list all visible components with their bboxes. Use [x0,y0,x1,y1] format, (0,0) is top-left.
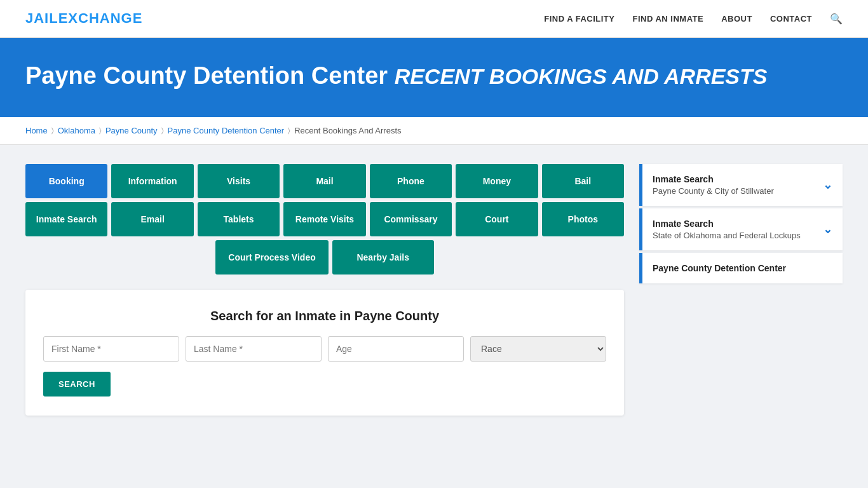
tab-inmate-search[interactable]: Inmate Search [25,202,107,236]
breadcrumb: Home 〉 Oklahoma 〉 Payne County 〉 Payne C… [0,117,868,145]
first-name-input[interactable] [43,336,179,362]
breadcrumb-sep-1: 〉 [51,126,54,135]
nav-contact[interactable]: CONTACT [770,14,812,24]
search-card: Search for an Inmate in Payne County Rac… [25,290,624,416]
hero-italic-title: RECENT BOOKINGS AND ARRESTS [395,64,768,88]
tab-photos[interactable]: Photos [542,202,624,236]
tab-phone[interactable]: Phone [370,164,452,198]
sidebar-item-1-text: Inmate Search Payne County & City of Sti… [653,174,774,196]
tab-visits[interactable]: Visits [198,164,280,198]
sidebar-item-1[interactable]: Inmate Search Payne County & City of Sti… [639,164,843,206]
breadcrumb-sep-4: 〉 [288,126,290,135]
breadcrumb-current: Recent Bookings And Arrests [294,126,401,135]
main-wrapper: Booking Information Visits Mail Phone Mo… [0,145,868,435]
sidebar-item-2-subtitle: State of Oklahoma and Federal Lockups [653,231,801,240]
tab-tablets[interactable]: Tablets [198,202,280,236]
nav-links: FIND A FACILITY FIND AN INMATE ABOUT CON… [544,13,843,25]
tab-nearby-jails[interactable]: Nearby Jails [332,240,434,274]
tab-mail[interactable]: Mail [283,164,365,198]
tab-booking[interactable]: Booking [25,164,107,198]
sidebar-item-1-title: Inmate Search [653,174,774,184]
chevron-down-icon-1: ⌄ [823,178,832,192]
search-button[interactable]: SEARCH [43,372,111,396]
hero-main-title: Payne County Detention Center [25,62,388,89]
nav-find-facility[interactable]: FIND A FACILITY [544,14,614,24]
last-name-input[interactable] [186,336,322,362]
tab-email[interactable]: Email [111,202,193,236]
tab-money[interactable]: Money [456,164,538,198]
breadcrumb-sep-3: 〉 [161,126,164,135]
breadcrumb-payne-county[interactable]: Payne County [105,126,158,135]
breadcrumb-home[interactable]: Home [25,126,48,135]
left-section: Booking Information Visits Mail Phone Mo… [25,164,624,416]
tab-court-process-video[interactable]: Court Process Video [215,240,328,274]
search-title: Search for an Inmate in Payne County [43,309,606,323]
tab-bail[interactable]: Bail [542,164,624,198]
sidebar-item-2-text: Inmate Search State of Oklahoma and Fede… [653,219,801,240]
tab-row-2: Inmate Search Email Tablets Remote Visit… [25,202,624,236]
tab-remote-visits[interactable]: Remote Visits [283,202,365,236]
logo-jail: JAIL [25,10,58,26]
page-title: Payne County Detention Center RECENT BOO… [25,61,843,92]
tab-commissary[interactable]: Commissary [370,202,452,236]
search-fields: Race [43,336,606,362]
tab-row-1: Booking Information Visits Mail Phone Mo… [25,164,624,198]
sidebar-item-1-subtitle: Payne County & City of Stillwater [653,186,774,196]
tab-court[interactable]: Court [456,202,538,236]
sidebar-item-3-title: Payne County Detention Center [653,263,832,273]
search-icon[interactable]: 🔍 [830,13,843,25]
breadcrumb-sep-2: 〉 [99,126,102,135]
chevron-down-icon-2: ⌄ [823,222,832,236]
sidebar-item-3[interactable]: Payne County Detention Center [639,253,843,283]
sidebar-item-2[interactable]: Inmate Search State of Oklahoma and Fede… [639,208,843,250]
site-logo[interactable]: JAILEXCHANGE [25,10,142,27]
sidebar-item-2-title: Inmate Search [653,219,801,229]
tab-row-3: Court Process Video Nearby Jails [25,240,624,274]
nav-find-inmate[interactable]: FIND AN INMATE [632,14,703,24]
race-select[interactable]: Race [470,336,606,362]
navbar: JAILEXCHANGE FIND A FACILITY FIND AN INM… [0,0,868,38]
hero-section: Payne County Detention Center RECENT BOO… [0,38,868,117]
breadcrumb-oklahoma[interactable]: Oklahoma [58,126,95,135]
tab-information[interactable]: Information [111,164,193,198]
nav-about[interactable]: ABOUT [721,14,752,24]
age-input[interactable] [328,336,464,362]
breadcrumb-detention-center[interactable]: Payne County Detention Center [168,126,285,135]
sidebar: Inmate Search Payne County & City of Sti… [639,164,843,286]
logo-exchange: EXCHANGE [58,10,143,26]
